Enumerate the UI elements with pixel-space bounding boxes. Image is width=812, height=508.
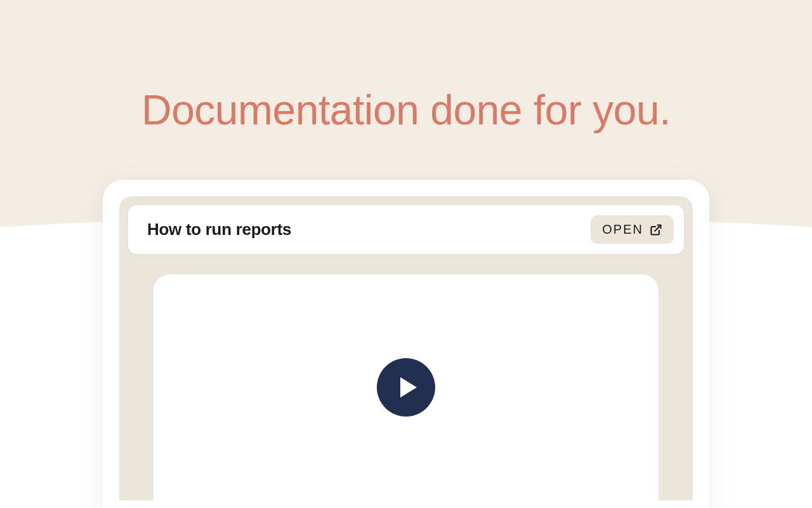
- external-link-icon: [650, 224, 662, 236]
- open-button[interactable]: OPEN: [591, 215, 674, 244]
- video-preview: [154, 274, 658, 500]
- content-container: Documentation done for you. How to run r…: [0, 0, 812, 508]
- card-header: How to run reports OPEN: [128, 205, 684, 254]
- svg-line-0: [655, 225, 660, 231]
- document-card: How to run reports OPEN: [103, 180, 709, 508]
- page-headline: Documentation done for you.: [141, 86, 671, 134]
- card-inner: How to run reports OPEN: [119, 196, 693, 500]
- play-icon: [400, 377, 417, 398]
- play-button[interactable]: [377, 358, 435, 417]
- document-title: How to run reports: [147, 220, 291, 239]
- open-button-label: OPEN: [602, 222, 643, 237]
